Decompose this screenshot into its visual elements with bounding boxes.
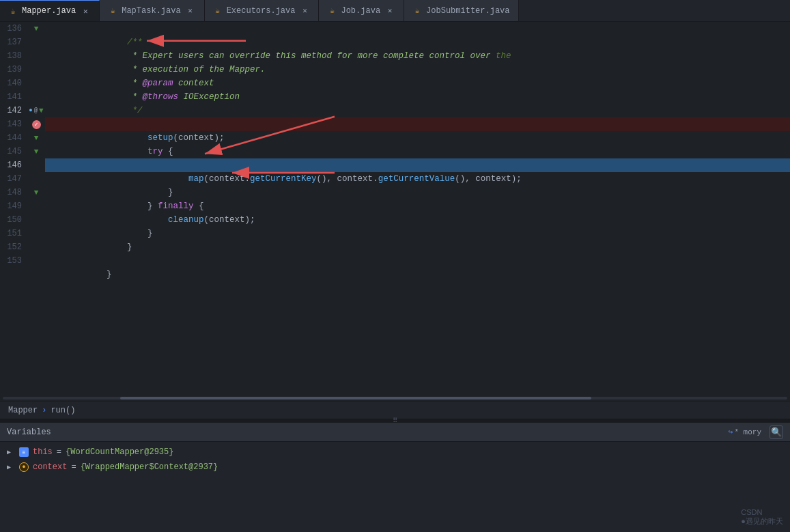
code-editor[interactable]: 136 137 138 139 140 141 142 143 144 145 … xyxy=(0,22,790,401)
tab-jobsubmitter-java[interactable]: ☕ JobSubmitter.java xyxy=(404,0,518,21)
context-type-icon: ● xyxy=(19,462,29,472)
this-type-icon: ≡ xyxy=(19,447,29,457)
gutter-row-142: ● @ ▼ xyxy=(26,104,46,117)
gutter-row-153 xyxy=(26,254,46,268)
gutter-row-152 xyxy=(26,240,46,254)
code-line-141: */ xyxy=(45,90,790,104)
code-line-144: try { xyxy=(45,131,790,145)
java-icon: ☕ xyxy=(8,6,18,16)
gutter-row-136: ▼ xyxy=(26,22,46,36)
memory-label: * mory xyxy=(734,428,761,436)
gutter-row-139 xyxy=(26,63,46,76)
scrollbar-track[interactable] xyxy=(3,397,787,400)
tab-job-java[interactable]: ☕ Job.java ✕ xyxy=(319,0,404,21)
breadcrumb-method: run() xyxy=(51,406,75,415)
watermark-line1: CSDN xyxy=(741,508,783,516)
breakpoint-icon[interactable] xyxy=(32,120,41,129)
variables-panel: Variables ↪ * mory 🔍 ▶ ≡ this = xyxy=(0,423,790,532)
scrollbar-thumb[interactable] xyxy=(120,397,591,400)
tab-close-button[interactable]: ✕ xyxy=(185,5,196,16)
gutter-row-140 xyxy=(26,76,46,90)
gutter-row-137 xyxy=(26,36,46,49)
gutter-col: ▼ ● xyxy=(26,22,45,395)
gutter-row-148: ▼ xyxy=(26,186,46,199)
horizontal-scrollbar[interactable] xyxy=(0,395,790,401)
tab-bar: ☕ Mapper.java ✕ ☕ MapTask.java ✕ ☕ Execu… xyxy=(0,0,790,22)
variables-content: ▶ ≡ this = {WordCountMapper@2935} ▶ ● co… xyxy=(0,442,790,532)
gutter-row-151 xyxy=(26,227,46,240)
gutter-row-144: ▼ xyxy=(26,131,46,145)
gutter-row-138 xyxy=(26,49,46,63)
watermark-line2: ●遇见的昨天 xyxy=(741,516,783,527)
var-value-context: {WrappedMapper$Context@2937} xyxy=(81,462,218,472)
app-container: ☕ Mapper.java ✕ ☕ MapTask.java ✕ ☕ Execu… xyxy=(0,0,790,532)
gutter-row-145: ▼ xyxy=(26,145,46,158)
var-value-this: {WordCountMapper@2935} xyxy=(66,447,173,457)
gutter-row-149 xyxy=(26,199,46,213)
expand-arrow-context[interactable]: ▶ xyxy=(7,463,15,471)
java-icon: ☕ xyxy=(327,6,337,16)
tab-close-button[interactable]: ✕ xyxy=(80,5,91,16)
variables-title: Variables xyxy=(7,428,51,437)
memory-button[interactable]: ↪ * mory xyxy=(726,428,764,436)
code-line-148: } finally { xyxy=(45,186,790,199)
code-line-152 xyxy=(45,240,790,254)
line-numbers: 136 137 138 139 140 141 142 143 144 145 … xyxy=(0,22,26,395)
tab-label: MapTask.java xyxy=(122,6,180,16)
gutter-row-150 xyxy=(26,213,46,227)
code-line-139: * @param context xyxy=(45,63,790,76)
var-equals: = xyxy=(57,447,61,457)
tab-label: Executors.java xyxy=(227,6,296,16)
tab-close-button[interactable]: ✕ xyxy=(299,5,310,16)
tab-label: JobSubmitter.java xyxy=(426,6,509,16)
var-name-context: context xyxy=(33,462,67,472)
variable-row-context[interactable]: ▶ ● context = {WrappedMapper$Context@293… xyxy=(0,460,790,475)
variables-header: Variables ↪ * mory 🔍 xyxy=(0,423,790,442)
code-line-153: } xyxy=(45,254,790,268)
code-line-147: } xyxy=(45,172,790,186)
code-line-149: cleanup(context); xyxy=(45,199,790,213)
variables-header-right: ↪ * mory 🔍 xyxy=(726,425,783,439)
tab-mapper-java[interactable]: ☕ Mapper.java ✕ xyxy=(0,0,100,21)
tab-close-button[interactable]: ✕ xyxy=(384,5,395,16)
editor-container: 136 137 138 139 140 141 142 143 144 145 … xyxy=(0,22,790,532)
tab-maptask-java[interactable]: ☕ MapTask.java ✕ xyxy=(100,0,204,21)
code-line-137: * Expert users can override this method … xyxy=(45,36,790,49)
tab-executors-java[interactable]: ☕ Executors.java ✕ xyxy=(205,0,320,21)
code-line-146: map(context.getCurrentKey(), context.get… xyxy=(45,158,790,172)
expand-arrow-this[interactable]: ▶ xyxy=(7,448,15,456)
code-line-150: } xyxy=(45,213,790,227)
var-name-this: this xyxy=(33,447,53,457)
variables-header-left: Variables xyxy=(7,428,51,437)
code-line-140: * @throws IOException xyxy=(45,76,790,90)
code-line-142: public void run(Context context) throws … xyxy=(45,104,790,117)
tab-label: Mapper.java xyxy=(22,6,76,16)
var-equals: = xyxy=(71,462,76,472)
code-line-138: * execution of the Mapper. xyxy=(45,49,790,63)
tab-label: Job.java xyxy=(341,6,380,16)
code-line-145: while (context.nextKeyValue()) { xyxy=(45,145,790,158)
code-line-136: /** xyxy=(45,22,790,36)
gutter-row-146 xyxy=(26,158,46,172)
java-icon: ☕ xyxy=(108,6,117,16)
variable-row-this[interactable]: ▶ ≡ this = {WordCountMapper@2935} xyxy=(0,445,790,460)
code-panel[interactable]: /** * Expert users can override this met… xyxy=(45,22,790,395)
gutter-row-143 xyxy=(26,117,46,131)
breadcrumb-separator: › xyxy=(42,406,46,415)
gutter-row-141 xyxy=(26,90,46,104)
java-icon: ☕ xyxy=(213,6,223,16)
gutter-row-147 xyxy=(26,172,46,186)
code-line-151: } xyxy=(45,227,790,240)
variables-search-button[interactable]: 🔍 xyxy=(770,425,783,439)
java-icon: ☕ xyxy=(412,6,422,16)
watermark: CSDN ●遇见的昨天 xyxy=(741,508,783,527)
editor-split: 136 137 138 139 140 141 142 143 144 145 … xyxy=(0,22,790,395)
breadcrumb-class: Mapper xyxy=(8,406,38,415)
code-line-143: setup(context); xyxy=(45,117,790,131)
left-panel: 136 137 138 139 140 141 142 143 144 145 … xyxy=(0,22,45,395)
